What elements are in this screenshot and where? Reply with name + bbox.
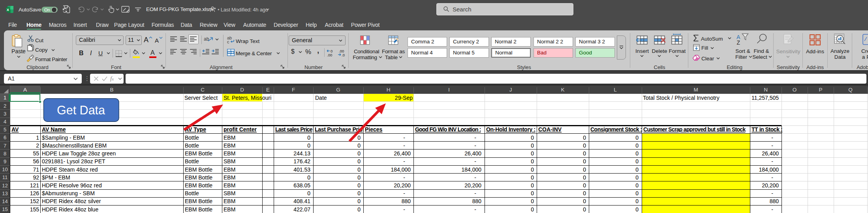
svg-text:-: - — [771, 190, 773, 196]
svg-text:0: 0 — [635, 198, 639, 204]
svg-text:408.41: 408.41 — [293, 198, 310, 204]
svg-text:184,000: 184,000 — [759, 166, 779, 173]
svg-text:92: 92 — [33, 174, 39, 181]
svg-text:EBM Bottle: EBM Bottle — [185, 198, 212, 204]
svg-text:EBM Bottle: EBM Bottle — [185, 174, 212, 181]
svg-text:Good FG W/o INV Location :: Good FG W/o INV Location : — [415, 126, 481, 133]
svg-text:0: 0 — [357, 158, 361, 164]
svg-text:0: 0 — [635, 190, 639, 196]
svg-text:26,400: 26,400 — [464, 150, 481, 157]
svg-text:4: 4 — [4, 119, 6, 125]
svg-text:P: P — [819, 87, 822, 93]
svg-text:0: 0 — [635, 158, 639, 164]
svg-text:638.05: 638.05 — [293, 182, 310, 189]
svg-text:-: - — [474, 135, 476, 141]
svg-text:X: X — [7, 7, 9, 12]
svg-text:Bottle: Bottle — [185, 135, 199, 141]
svg-text:8: 8 — [4, 151, 6, 157]
svg-text:0: 0 — [635, 150, 639, 157]
svg-text:Bottle: Bottle — [185, 158, 199, 164]
svg-text:0: 0 — [357, 135, 361, 141]
svg-text:0: 0 — [357, 142, 361, 149]
svg-text:880: 880 — [472, 198, 482, 204]
svg-text:L: L — [614, 87, 617, 93]
svg-text:EBM: EBM — [224, 206, 235, 213]
svg-text:3: 3 — [4, 111, 6, 117]
svg-text:7: 7 — [4, 143, 6, 149]
svg-text:0: 0 — [583, 158, 586, 164]
svg-text:0: 0 — [583, 142, 586, 149]
svg-text:HDPE Law Toggle 28oz green: HDPE Law Toggle 28oz green — [42, 150, 116, 157]
svg-text:EBM: EBM — [224, 142, 235, 149]
svg-text:Total Stock / Physical Invenot: Total Stock / Physical Invenotry — [643, 95, 720, 101]
svg-text:184,000: 184,000 — [461, 166, 481, 173]
svg-text:2: 2 — [4, 103, 6, 109]
svg-text:0: 0 — [357, 206, 361, 213]
svg-text:1: 1 — [4, 95, 6, 101]
svg-text:184,000: 184,000 — [391, 166, 411, 173]
svg-text:11,257,505: 11,257,505 — [752, 95, 779, 101]
svg-text:6: 6 — [4, 135, 6, 140]
svg-text:126: 126 — [30, 190, 39, 196]
svg-text:.0: .0 — [342, 53, 345, 57]
svg-text:0: 0 — [307, 190, 310, 196]
svg-text:0: 0 — [307, 142, 310, 149]
svg-text:Customer Scrap approved but st: Customer Scrap approved but still in Sto… — [643, 126, 746, 133]
svg-text:0: 0 — [635, 174, 639, 181]
svg-text:422.07: 422.07 — [293, 206, 310, 213]
svg-text:EBM Bottle: EBM Bottle — [185, 182, 212, 189]
svg-text:AV Name: AV Name — [42, 126, 66, 133]
svg-text:HDPE Resolve 96oz red: HDPE Resolve 96oz red — [42, 182, 102, 189]
svg-text:F: F — [292, 87, 295, 93]
svg-text:0: 0 — [531, 150, 534, 157]
svg-text:0: 0 — [357, 174, 361, 181]
svg-text:0: 0 — [531, 142, 534, 149]
svg-text:$PM - EBM: $PM - EBM — [42, 174, 70, 181]
svg-text:56: 56 — [33, 158, 39, 164]
svg-text:c: c — [227, 39, 229, 44]
svg-text:K: K — [561, 87, 564, 93]
svg-text:0: 0 — [531, 158, 534, 164]
svg-text:-: - — [474, 206, 476, 213]
svg-text:0: 0 — [357, 198, 361, 204]
svg-text:20,200: 20,200 — [394, 182, 411, 189]
svg-text:C: C — [201, 87, 205, 93]
svg-text:D: D — [240, 87, 244, 93]
svg-text:St. Peters, Missouri: St. Peters, Missouri — [224, 95, 271, 101]
svg-text:Bottle: Bottle — [185, 142, 199, 149]
svg-text:Q: Q — [848, 87, 853, 93]
svg-text:SBM: SBM — [224, 190, 235, 196]
svg-text:H: H — [387, 87, 391, 93]
svg-text:20,200: 20,200 — [762, 182, 779, 189]
svg-text:0: 0 — [357, 190, 361, 196]
svg-text:0: 0 — [531, 135, 534, 141]
svg-text:20,200: 20,200 — [464, 182, 481, 189]
svg-text:-: - — [771, 174, 773, 181]
svg-text:0: 0 — [583, 150, 586, 157]
svg-text:HDPE Ridex 48oz silver: HDPE Ridex 48oz silver — [42, 198, 101, 204]
svg-text:N: N — [764, 87, 768, 93]
svg-text:-: - — [474, 174, 476, 181]
svg-text:15: 15 — [2, 206, 8, 212]
svg-text:Bottle: Bottle — [185, 190, 199, 196]
svg-text:-: - — [474, 190, 476, 196]
svg-text:$Abmusterung - SBM: $Abmusterung - SBM — [42, 190, 95, 196]
svg-text:0: 0 — [531, 166, 534, 173]
svg-text:-: - — [403, 174, 405, 181]
svg-text:121: 121 — [30, 182, 39, 189]
svg-text:-: - — [403, 142, 405, 149]
svg-text:B: B — [110, 87, 113, 93]
svg-text:-: - — [403, 206, 405, 213]
svg-text:Get Data: Get Data — [57, 103, 105, 117]
svg-text:I: I — [448, 87, 450, 93]
svg-text:EBM: EBM — [224, 198, 235, 204]
svg-text:Server Select: Server Select — [184, 95, 218, 101]
svg-text:EBM: EBM — [224, 135, 235, 141]
svg-text:11: 11 — [2, 174, 8, 180]
svg-text:0: 0 — [531, 190, 534, 196]
svg-text:EBM Bottle: EBM Bottle — [185, 206, 212, 213]
svg-text:J: J — [509, 87, 512, 93]
svg-text:0: 0 — [635, 142, 639, 149]
svg-text:M: M — [693, 87, 698, 93]
svg-text:0: 0 — [307, 174, 310, 181]
